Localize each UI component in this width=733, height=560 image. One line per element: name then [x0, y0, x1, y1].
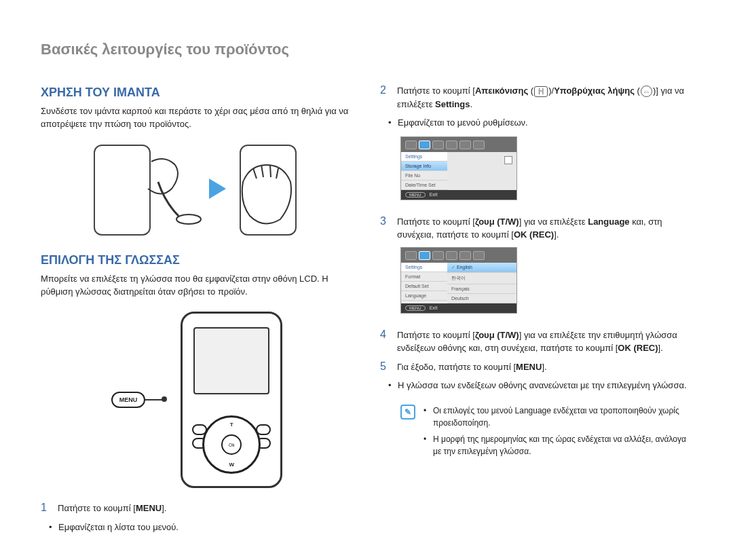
- arrow-right-icon: [209, 179, 226, 199]
- check-icon: ✓: [451, 265, 455, 269]
- menu-item: Storage Info: [401, 162, 447, 171]
- footer-exit-label: Exit: [430, 192, 438, 197]
- section-heading-strap: ΧΡΗΣΗ ΤΟΥ ΙΜΑΝΤΑ: [41, 86, 353, 100]
- language-option: ✓ English: [447, 263, 516, 273]
- display-icon: |▫|: [534, 86, 548, 97]
- illustration-attach-strap: [94, 141, 202, 236]
- step-1-bullet: Εμφανίζεται η λίστα του μενού.: [58, 521, 353, 534]
- gear-icon: [419, 251, 430, 260]
- step-number: 1: [41, 502, 51, 515]
- dpad-icon: T W Ok: [202, 415, 261, 474]
- step-5: 5 Για έξοδο, πατήστε το κουμπί [MENU].: [380, 360, 692, 374]
- menu-header: Settings: [401, 152, 447, 162]
- menu-header: Settings: [401, 263, 447, 272]
- step-number: 3: [380, 215, 390, 242]
- footer-menu-pill: MENU: [405, 192, 426, 198]
- menu-button-label: MENU: [111, 392, 146, 408]
- step-number: 4: [380, 329, 390, 355]
- note-icon: ✎: [400, 405, 415, 419]
- step-3: 3 Πατήστε το κουμπί [ζουμ (T/W)] για να …: [380, 215, 692, 242]
- step-4: 4 Πατήστε το κουμπί [ζουμ (T/W)] για να …: [380, 329, 692, 355]
- footer-menu-pill: MENU: [405, 305, 426, 311]
- dpad-center-label: Ok: [221, 434, 242, 455]
- language-option: 한국어: [447, 273, 516, 284]
- language-option: Deutsch: [447, 294, 516, 303]
- step-2-bullet: Εμφανίζεται το μενού ρυθμίσεων.: [398, 116, 692, 130]
- step-5-bullet: Η γλώσσα των ενδείξεων οθόνης ανανεώνετα…: [398, 379, 692, 392]
- callout-line-icon: [145, 399, 166, 400]
- page-title: Βασικές λειτουργίες του προϊόντος: [41, 41, 692, 58]
- note-box: ✎ Οι επιλογές του μενού Language ενδέχετ…: [400, 405, 692, 462]
- dpad-top-label: T: [230, 422, 233, 428]
- step-1: 1 Πατήστε το κουμπί [MENU].: [41, 502, 353, 515]
- menu-item: Language: [401, 291, 447, 301]
- hand-sketch-icon: [233, 145, 301, 233]
- note-item: Η μορφή της ημερομηνίας και της ώρας ενδ…: [424, 433, 692, 458]
- step-number: 2: [380, 84, 390, 111]
- figure-menu-button: MENU T W Ok: [41, 312, 353, 488]
- strap-sketch-icon: [94, 141, 202, 236]
- svg-point-0: [176, 214, 201, 224]
- menu-item: File No: [401, 171, 447, 181]
- dpad-bottom-label: W: [229, 462, 234, 468]
- gear-icon: [419, 141, 430, 149]
- menu-item: Format: [401, 272, 447, 282]
- figure-strap-usage: [41, 141, 353, 236]
- illustration-device-front: T W Ok: [181, 312, 282, 488]
- underwater-icon: ⌓: [641, 86, 652, 97]
- screenshot-language-menu: Settings Format Default Set Language ✓ E…: [400, 247, 517, 314]
- menu-item: Date/Time Set: [401, 181, 447, 190]
- section-body-strap: Συνδέστε τον ιμάντα καρπού και περάστε τ…: [41, 105, 353, 131]
- menu-item: Default Set: [401, 282, 447, 291]
- footer-exit-label: Exit: [430, 305, 438, 310]
- section-body-language: Μπορείτε να επιλέξετε τη γλώσσα που θα ε…: [41, 273, 353, 299]
- note-item: Οι επιλογές του μενού Language ενδέχεται…: [424, 405, 692, 429]
- submenu-icon: [504, 156, 512, 164]
- step-number: 5: [380, 360, 390, 374]
- step-2: 2 Πατήστε το κουμπί [Απεικόνισης (|▫|)/Υ…: [380, 84, 692, 111]
- section-heading-language: ΕΠΙΛΟΓΗ ΤΗΣ ΓΛΩΣΣΑΣ: [41, 253, 353, 267]
- illustration-hand-holding: [233, 145, 301, 233]
- screenshot-settings-menu: Settings Storage Info File No Date/Time …: [400, 136, 517, 200]
- language-option: Français: [447, 284, 516, 294]
